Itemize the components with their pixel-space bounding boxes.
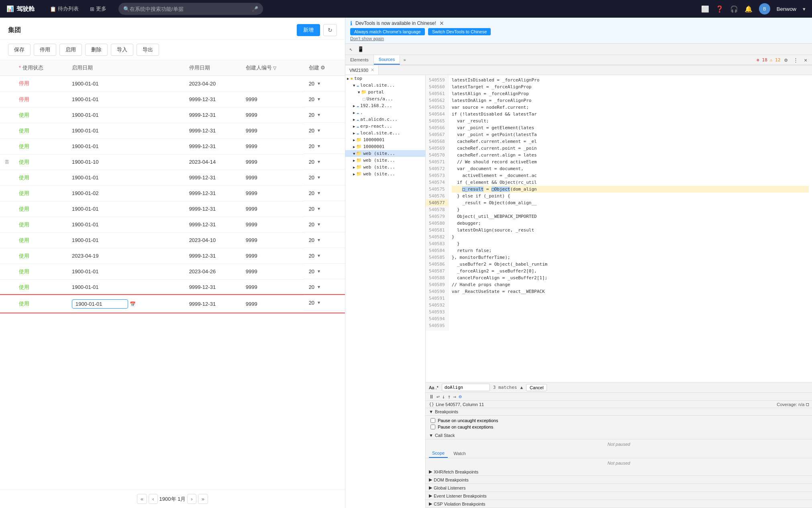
line-number[interactable]: 540587 bbox=[426, 268, 448, 274]
devtools-close-icon[interactable]: ✕ bbox=[802, 56, 809, 64]
line-number[interactable]: 540574 bbox=[426, 179, 448, 186]
line-number[interactable]: 540592 bbox=[426, 302, 448, 309]
tree-item-local[interactable]: ▼ ☁ local.site... bbox=[345, 82, 425, 89]
line-number[interactable]: 540579 bbox=[426, 213, 448, 220]
code-scroll[interactable]: 5405595405605405615405625405635405645405… bbox=[426, 75, 812, 382]
row-dropdown-button[interactable]: ▾ bbox=[316, 189, 322, 197]
row-dropdown-button[interactable]: ▾ bbox=[316, 252, 322, 259]
enable-button[interactable]: 启用 bbox=[59, 44, 82, 56]
dom-breakpoints-header[interactable]: ▶ DOM Breakpoints bbox=[426, 476, 812, 484]
line-number[interactable]: 540581 bbox=[426, 227, 448, 234]
line-number[interactable]: 540559 bbox=[426, 77, 448, 83]
row-dropdown-button[interactable]: ▾ bbox=[316, 283, 322, 291]
step-out-icon[interactable]: ↑ bbox=[448, 394, 451, 400]
page-last[interactable]: » bbox=[198, 494, 208, 504]
help-icon[interactable]: ❓ bbox=[716, 5, 724, 13]
coverage-icon[interactable]: □ bbox=[806, 402, 809, 407]
row-dropdown-button[interactable]: ▾ bbox=[316, 111, 322, 118]
row-dropdown-button[interactable]: ▾ bbox=[316, 80, 322, 87]
search-up-icon[interactable]: ▲ bbox=[520, 385, 523, 390]
screenshot-icon[interactable]: ⬜ bbox=[701, 5, 709, 13]
breakpoints-panel-header[interactable]: ▼ Breakpoints bbox=[426, 408, 812, 416]
line-number[interactable]: 540576 bbox=[426, 193, 448, 199]
match-language-button[interactable]: Always match Chrome's language bbox=[350, 28, 425, 35]
disable-button[interactable]: 停用 bbox=[34, 44, 56, 56]
line-number[interactable]: 540584 bbox=[426, 247, 448, 254]
tree-item-web3[interactable]: ▶ 📁 web (site... bbox=[345, 164, 425, 171]
refresh-button[interactable]: ↻ bbox=[323, 24, 337, 36]
step-icon[interactable]: → bbox=[453, 394, 456, 400]
tree-item-erp[interactable]: ▶ ☁ erp-react... bbox=[345, 123, 425, 130]
settings-icon[interactable]: ⚙ bbox=[320, 65, 325, 71]
line-number[interactable]: 540590 bbox=[426, 288, 448, 295]
event-listeners-header[interactable]: ▶ Event Listener Breakpoints bbox=[426, 492, 812, 500]
add-button[interactable]: 新增 bbox=[297, 24, 320, 36]
code-search-input[interactable] bbox=[442, 384, 490, 391]
line-number[interactable]: 540595 bbox=[426, 322, 448, 329]
notif-close-button[interactable]: ✕ bbox=[439, 20, 444, 26]
step-over-icon[interactable]: ↩ bbox=[437, 394, 440, 400]
line-number[interactable]: 540573 bbox=[426, 172, 448, 179]
tree-item-portal[interactable]: ▼ 📁 portal bbox=[345, 89, 425, 96]
filter-icon[interactable]: ▽ bbox=[273, 65, 276, 70]
step-into-icon[interactable]: ↓ bbox=[442, 394, 445, 400]
line-number[interactable]: 540562 bbox=[426, 97, 448, 104]
tree-item-web1[interactable]: ▼ 📁 web (site... bbox=[345, 150, 425, 157]
avatar[interactable]: B bbox=[759, 3, 770, 14]
row-dropdown-button[interactable]: ▾ bbox=[316, 205, 322, 212]
line-number[interactable]: 540572 bbox=[426, 165, 448, 172]
xhr-breakpoints-header[interactable]: ▶ XHR/fetch Breakpoints bbox=[426, 468, 812, 476]
dont-show-link[interactable]: Don't show again bbox=[350, 36, 384, 41]
username[interactable]: Benwow bbox=[777, 6, 796, 12]
line-number[interactable]: 540566 bbox=[426, 124, 448, 131]
line-number[interactable]: 540568 bbox=[426, 138, 448, 145]
tree-item-10000001a[interactable]: ▶ 📁 10000001 bbox=[345, 136, 425, 143]
watch-tab[interactable]: Watch bbox=[450, 449, 469, 457]
tree-item-web2[interactable]: ▶ 📁 web (site... bbox=[345, 157, 425, 164]
row-dropdown-button[interactable]: ▾ bbox=[316, 158, 322, 165]
caught-exceptions-checkbox[interactable] bbox=[430, 425, 435, 429]
page-prev[interactable]: ‹ bbox=[149, 494, 157, 504]
csp-violations-header[interactable]: ▶ CSP Violation Breakpoints bbox=[426, 500, 812, 508]
tree-item-top[interactable]: ▶ ▪ top bbox=[345, 75, 425, 82]
row-dropdown-button[interactable]: ▾ bbox=[316, 268, 322, 275]
user-dropdown-icon[interactable]: ▾ bbox=[803, 6, 806, 12]
page-first[interactable]: « bbox=[137, 494, 147, 504]
tree-item-192[interactable]: ▶ ☁ 192.168.2... bbox=[345, 102, 425, 109]
global-listeners-header[interactable]: ▶ Global Listeners bbox=[426, 484, 812, 492]
import-button[interactable]: 导入 bbox=[111, 44, 133, 56]
page-next[interactable]: › bbox=[187, 494, 196, 504]
line-number[interactable]: 540567 bbox=[426, 131, 448, 138]
devtools-device-icon[interactable]: 📱 bbox=[356, 45, 365, 53]
row-start-date-editing[interactable]: 📅 bbox=[67, 295, 184, 313]
row-dropdown-button[interactable]: ▾ bbox=[316, 299, 322, 306]
settings-icon[interactable]: ⚙ bbox=[783, 56, 789, 64]
tree-item-alicdn[interactable]: ▶ ☁ at.alicdn.c... bbox=[345, 116, 425, 123]
deactivate-breakpoints-icon[interactable]: ⊖ bbox=[459, 394, 462, 400]
row-dropdown-button[interactable]: ▾ bbox=[316, 127, 322, 134]
line-number[interactable]: 540582 bbox=[426, 234, 448, 240]
switch-devtools-button[interactable]: Switch DevTools to Chinese bbox=[428, 28, 491, 35]
date-input-field[interactable] bbox=[72, 299, 128, 309]
more-icon[interactable]: ⋮ bbox=[792, 56, 800, 64]
line-number[interactable]: 540593 bbox=[426, 309, 448, 315]
tab-elements[interactable]: Elements bbox=[345, 55, 374, 65]
line-number[interactable]: 540563 bbox=[426, 104, 448, 111]
regex-toggle[interactable]: Aa .* bbox=[429, 385, 439, 390]
row-dropdown-button[interactable]: ▾ bbox=[316, 236, 322, 244]
col-start-header[interactable]: 启用日期 bbox=[67, 60, 184, 76]
nav-item-todo[interactable]: 📋 待办列表 bbox=[44, 0, 84, 18]
line-number[interactable]: 540560 bbox=[426, 83, 448, 90]
row-dropdown-button[interactable]: ▾ bbox=[316, 142, 322, 150]
cancel-search-button[interactable]: Cancel bbox=[526, 384, 547, 391]
devtools-select-icon[interactable]: ↖ bbox=[348, 45, 354, 53]
code-tab-close[interactable]: ✕ bbox=[371, 67, 374, 73]
line-number[interactable]: 540589 bbox=[426, 281, 448, 288]
tree-item-users[interactable]: □ Users/a... bbox=[345, 96, 425, 102]
line-number[interactable]: 540583 bbox=[426, 240, 448, 247]
line-number[interactable]: 540577 bbox=[426, 199, 448, 206]
export-button[interactable]: 导出 bbox=[137, 44, 159, 56]
search-input[interactable] bbox=[130, 6, 252, 12]
code-tab-vm[interactable]: VM21930 ✕ bbox=[345, 65, 379, 75]
line-number[interactable]: 540575 bbox=[426, 186, 448, 193]
